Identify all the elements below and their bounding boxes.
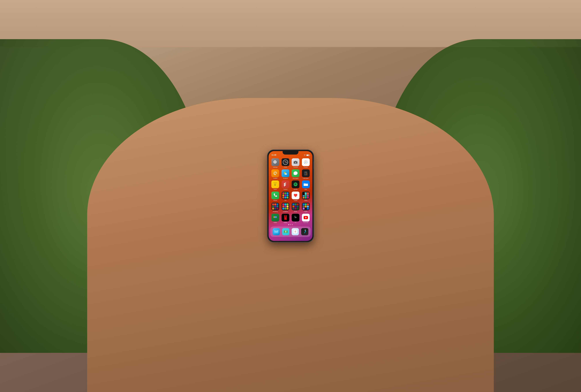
life-mini-6 [286,195,288,196]
app-files[interactable]: Files [301,181,310,190]
phone-label: Phone [273,200,277,201]
video-mini-7 [303,197,304,198]
camera-icon [292,158,300,166]
app-netflix[interactable]: Netflix [281,214,290,223]
battery-icon [306,154,310,156]
netflix-svg [284,215,288,220]
life-mini-7 [282,196,284,198]
app-camera[interactable]: Camera [291,158,300,168]
clock-center [285,162,286,163]
app-apple[interactable]: Apple [301,203,310,212]
photos-icon [302,158,310,166]
video-mini-6 [307,195,309,197]
dock-safari[interactable] [292,228,299,235]
youtube-svg [303,216,308,219]
spotify-icon [292,181,300,188]
notch [282,151,298,155]
notes-label: Notes [274,189,277,190]
tv-label: TV [295,222,296,223]
svg-rect-11 [304,173,305,174]
todoist-label: Todoist [283,189,288,190]
clock-icon [282,158,289,166]
reading-icon [271,203,279,210]
app-phone[interactable]: Phone [270,192,280,201]
youtube-label: YouTube [303,222,308,223]
health-icon [292,192,300,199]
life-mini-8 [284,196,286,198]
settings-label: Settings [273,167,278,168]
camera-svg [294,161,298,164]
app-clock[interactable]: Clock [281,158,290,168]
weather-label: Weather [283,178,288,179]
video-mini-9 [307,197,309,198]
video-icon: N [302,192,310,199]
svg-point-3 [284,172,286,174]
wallet-icon [271,214,279,221]
life-icon [282,192,289,199]
phone-wrapper: 11:28 [268,150,314,242]
apple-icon [302,203,310,210]
app-calculator[interactable]: Calculator [301,169,310,179]
dock-fitness[interactable] [301,228,308,235]
calculator-icon [302,169,310,177]
svg-rect-13 [306,173,307,174]
iphone: 11:28 [268,150,314,242]
mail-dock-icon [273,228,280,235]
messages-svg [293,171,298,176]
wallet-svg [273,215,278,220]
svg-rect-22 [274,185,276,185]
weather-icon [282,169,289,177]
status-icons [304,154,310,156]
safari-svg [293,229,298,234]
page-dots [268,224,312,225]
svg-rect-21 [274,184,276,184]
notes-svg [273,182,278,187]
app-wallet[interactable]: Wallet [270,214,280,223]
gear-svg [273,160,278,164]
video-mini-netflix: N [303,193,304,195]
app-messages[interactable]: Messages [291,169,300,179]
svg-rect-17 [304,175,306,175]
messages-icon [292,169,300,177]
battery-fill [307,155,309,156]
todoist-svg [283,182,288,187]
life-mini-2 [284,193,286,194]
app-weather[interactable]: Weather [281,169,290,179]
life-mini-1 [282,193,284,194]
life-mini-3 [286,193,288,194]
app-photos[interactable]: Photos [301,158,310,168]
dock-maps[interactable] [282,228,289,235]
app-video[interactable]: N Video [301,192,310,201]
app-life[interactable]: Life [281,192,290,201]
video-label: Video [304,200,307,201]
svg-rect-15 [305,174,306,175]
video-mini-8 [305,197,307,198]
netflix-icon [282,214,289,221]
hand-background [87,98,494,392]
svg-rect-18 [306,175,307,175]
app-tv[interactable]: TV TV [291,214,300,223]
svg-rect-20 [273,182,277,183]
fitness-dock-icon [301,228,308,235]
svg-rect-14 [304,174,305,175]
maps-dock-icon [282,228,289,235]
app-audible[interactable]: Audible [270,169,280,179]
svg-text:TV: TV [295,217,296,218]
safari-dock-icon [292,228,299,235]
app-health[interactable]: Health [291,192,300,201]
audible-icon [271,169,279,177]
dock-mail[interactable] [273,228,280,235]
app-work[interactable]: Work [291,203,300,212]
health-label: Health [294,200,298,201]
spotify-label: Spotify [294,189,298,190]
clock-face [283,160,288,165]
app-reading[interactable]: Reading [270,203,280,212]
app-settings[interactable]: Settings [270,158,280,168]
life-mini-5 [284,195,286,196]
svg-line-6 [286,172,286,172]
app-creative[interactable]: Creative [281,203,290,212]
app-spotify[interactable]: Spotify [291,181,300,190]
app-notes[interactable]: Notes [270,181,280,190]
app-todoist[interactable]: Todoist [281,181,290,190]
app-youtube[interactable]: YouTube [301,214,310,223]
